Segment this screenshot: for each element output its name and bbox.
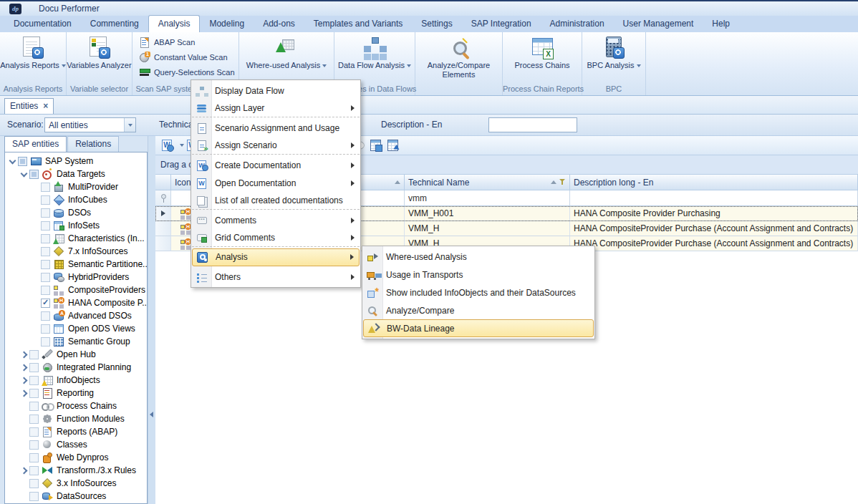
expander-icon[interactable]: [31, 271, 41, 284]
tree-item-multiprovider[interactable]: MultiProvider: [5, 180, 147, 193]
expander-icon[interactable]: [19, 451, 29, 464]
tree-item-sap-system[interactable]: SAP System: [5, 155, 147, 168]
query-selections-scan-button[interactable]: Query-Selections Scan: [132, 64, 238, 79]
menu-item-open-documentation[interactable]: Open Documentation: [192, 174, 360, 192]
description-filter-input[interactable]: [488, 117, 577, 132]
expander-icon[interactable]: [19, 425, 29, 438]
close-tab-icon[interactable]: ×: [43, 102, 48, 110]
checkbox[interactable]: [41, 260, 50, 269]
row-selector-cell[interactable]: [155, 206, 171, 221]
tree-item-compositeproviders[interactable]: CompositeProviders: [5, 284, 147, 296]
column-filter-icon[interactable]: [559, 179, 566, 185]
submenu-item-analyze-compare[interactable]: Analyze/Compare: [363, 301, 594, 319]
checkbox[interactable]: [29, 350, 39, 359]
tab-sap-integration[interactable]: SAP Integration: [462, 16, 541, 32]
export-grid-icon[interactable]: [385, 137, 402, 154]
checkbox[interactable]: [29, 466, 39, 475]
checkbox[interactable]: [41, 337, 50, 346]
tree-item-advanced-dsos[interactable]: Advanced DSOs: [5, 309, 147, 322]
expander-icon[interactable]: [19, 438, 29, 451]
expander-icon[interactable]: [19, 374, 29, 387]
checkbox[interactable]: [29, 440, 39, 450]
row-technical-name-cell[interactable]: VMM_H001: [405, 206, 570, 221]
tab-relations[interactable]: Relations: [67, 136, 119, 152]
column-header-description[interactable]: Description long - En: [570, 175, 858, 190]
menu-item-assign-scenario[interactable]: Assign Scenario: [192, 137, 360, 155]
submenu-item-show-included-infoobjects[interactable]: Show included InfoObjects and their Data…: [363, 284, 594, 301]
expander-icon[interactable]: [31, 335, 41, 348]
tab-user-management[interactable]: User Management: [614, 16, 703, 32]
expander-icon[interactable]: [19, 387, 29, 399]
expander-icon[interactable]: [31, 232, 41, 245]
tab-settings[interactable]: Settings: [412, 16, 461, 32]
tree-item-transform-3x-rules[interactable]: Transform./3.x Rules: [5, 464, 147, 477]
tree-item-infosets[interactable]: InfoSets: [5, 219, 147, 232]
menu-item-others[interactable]: Others: [192, 268, 360, 286]
where-used-analysis-button[interactable]: Where-used Analysis: [239, 36, 334, 70]
checkbox[interactable]: [29, 492, 39, 501]
expander-icon[interactable]: [31, 219, 41, 232]
checkbox[interactable]: [41, 286, 50, 295]
expander-icon[interactable]: [8, 155, 18, 168]
tab-modeling[interactable]: Modeling: [200, 16, 254, 32]
variables-analyzer-button[interactable]: Variables Analyzer: [67, 36, 132, 70]
expander-icon[interactable]: [19, 168, 29, 180]
menu-item-create-documentation[interactable]: Create Documentation: [192, 156, 360, 174]
checkbox[interactable]: [29, 427, 39, 437]
checkbox[interactable]: [41, 324, 50, 334]
checkbox[interactable]: [41, 221, 50, 231]
tab-help[interactable]: Help: [703, 16, 739, 32]
scenario-combo[interactable]: All entities: [44, 117, 136, 132]
tree-item-3x-infosources[interactable]: 3.x InfoSources: [5, 477, 147, 490]
abap-scan-button[interactable]: ABAP Scan: [132, 34, 238, 49]
submenu-item-where-used-analysis[interactable]: Where-used Analysis: [363, 248, 594, 266]
tree-item-datasources[interactable]: DataSources: [5, 490, 147, 503]
bpc-analysis-button[interactable]: BPC Analysis: [582, 36, 645, 70]
row-description-cell[interactable]: HANA CompositeProvider Purchase (Account…: [570, 236, 858, 251]
tree-item-infocubes[interactable]: InfoCubes: [5, 193, 147, 206]
create-word-documentation-icon[interactable]: [159, 137, 176, 154]
checkbox[interactable]: [29, 389, 39, 398]
expander-icon[interactable]: [31, 296, 41, 309]
row-description-cell[interactable]: HANA CompositeProvider Purchase (Account…: [570, 221, 858, 236]
tab-sap-entities[interactable]: SAP entities: [4, 136, 67, 152]
tree-item-dsos[interactable]: DSOs: [5, 206, 147, 219]
expander-icon[interactable]: [31, 322, 41, 335]
submenu-item-bw-data-lineage[interactable]: BW-Data Lineage: [363, 319, 594, 337]
tree-item-infoobjects[interactable]: InfoObjects: [5, 374, 147, 387]
tree-item-reports-abap[interactable]: Reports (ABAP): [5, 425, 147, 438]
tab-analysis[interactable]: Analysis: [148, 15, 201, 32]
tab-entities[interactable]: Entities ×: [4, 98, 54, 114]
tab-administration[interactable]: Administration: [541, 16, 614, 32]
expander-icon[interactable]: [31, 193, 41, 206]
checkbox[interactable]: [41, 183, 50, 192]
collapse-panel-icon[interactable]: [150, 412, 153, 417]
checkbox[interactable]: [41, 208, 50, 218]
menu-item-assign-layer[interactable]: Assign Layer: [192, 100, 360, 117]
expander-icon[interactable]: [31, 206, 41, 219]
tab-commenting[interactable]: Commenting: [81, 16, 148, 32]
expander-icon[interactable]: [19, 399, 29, 412]
menu-item-comments[interactable]: Comments: [192, 211, 360, 229]
tab-add-ons[interactable]: Add-ons: [254, 16, 304, 32]
checkbox[interactable]: [41, 273, 50, 282]
column-header-technical-name[interactable]: Technical Name: [405, 175, 570, 190]
tree-item-integrated-planning[interactable]: Integrated Planning: [5, 361, 147, 374]
data-flow-analysis-button[interactable]: Data Flow Analysis: [334, 36, 415, 70]
checkbox[interactable]: [29, 479, 39, 488]
row-description-cell[interactable]: HANA Composite Provider Purchasing: [570, 206, 858, 221]
tab-templates-and-variants[interactable]: Templates and Variants: [304, 16, 413, 32]
menu-item-display-data-flow[interactable]: Display Data Flow: [192, 82, 360, 100]
row-selector-cell[interactable]: [155, 236, 171, 251]
menu-item-grid-comments[interactable]: Grid Comments: [192, 229, 360, 247]
save-grid-layout-icon[interactable]: [367, 137, 385, 154]
expander-icon[interactable]: [19, 477, 29, 490]
expander-icon[interactable]: [19, 412, 29, 425]
checkbox[interactable]: [41, 311, 50, 321]
tree-item-web-dynpros[interactable]: Web Dynpros: [5, 451, 147, 464]
tree-item-7x-infosources[interactable]: 7.x InfoSources: [5, 245, 147, 258]
tree-item-open-ods-views[interactable]: Open ODS Views: [5, 322, 147, 335]
tree-item-data-targets[interactable]: Data Targets: [5, 168, 147, 180]
menu-item-analysis[interactable]: Analysis: [192, 248, 360, 266]
expander-icon[interactable]: [19, 348, 29, 361]
